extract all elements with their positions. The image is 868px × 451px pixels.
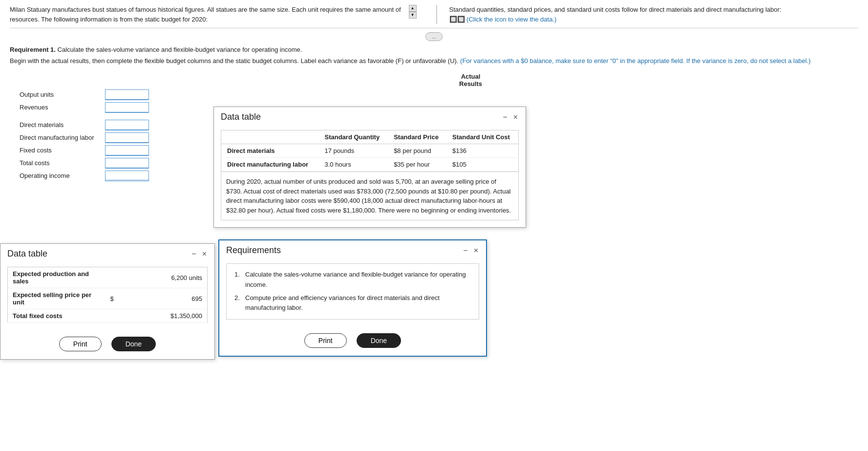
data-icon-link[interactable]: 🔲🔲 (Click the icon to view the data.) xyxy=(449,16,557,23)
label-output-units: Output units xyxy=(20,91,105,98)
req-item-2: 2. Compute price and efficiency variance… xyxy=(234,293,471,314)
top-left: Milan Statuary manufactures bust statues… xyxy=(10,5,429,24)
top-left-text: Milan Statuary manufactures bust statues… xyxy=(10,6,401,23)
req-item-1: 1. Calculate the sales-volume variance a… xyxy=(234,270,471,290)
cell-dl-qty: 3.0 hours xyxy=(319,158,388,172)
budget-data-table: Expected production and sales 6,200 unit… xyxy=(7,267,208,323)
input-operating-income[interactable] xyxy=(105,171,149,181)
scroll-down-button[interactable]: ▼ xyxy=(409,12,417,19)
modal-data-bottom: Data table − × Expected production and s… xyxy=(0,243,215,360)
cell-prod-label: Expected production and sales xyxy=(8,267,106,288)
modal-requirements-close[interactable]: × xyxy=(473,246,479,255)
label-operating-income: Operating income xyxy=(20,172,105,179)
input-fixed-costs[interactable] xyxy=(105,145,149,156)
cell-price-label: Expected selling price per unit xyxy=(8,288,106,309)
modal-data-bottom-footer: Print Done xyxy=(0,330,214,359)
top-section: Milan Statuary manufactures bust statues… xyxy=(10,5,858,28)
cell-dl-unit-cost: $105 xyxy=(446,158,518,172)
modal-data-top-header: Data table − × xyxy=(214,107,526,125)
modal-data-bottom-close[interactable]: × xyxy=(201,250,208,258)
requirement-label: Requirement 1. xyxy=(10,46,56,53)
cell-dm-price: $8 per pound xyxy=(388,144,446,158)
col-std-unit-cost: Standard Unit Cost xyxy=(446,130,518,144)
requirement-text: Calculate the sales-volume variance and … xyxy=(58,46,302,53)
label-direct-materials: Direct materials xyxy=(20,121,105,129)
req-num-2: 2. xyxy=(234,293,241,314)
vertical-divider xyxy=(436,5,437,24)
col-std-price: Standard Price xyxy=(388,130,446,144)
expand-button[interactable]: ... xyxy=(425,32,443,41)
modal-requirements-title: Requirements xyxy=(226,245,281,256)
input-output-units[interactable] xyxy=(105,89,149,100)
row-expected-selling-price: Expected selling price per unit $ 695 xyxy=(8,288,208,309)
req-text-2: Compute price and efficiency variances f… xyxy=(245,293,471,314)
modal-data-bottom-print[interactable]: Print xyxy=(59,337,102,351)
modal-data-top: Data table − × Standard Quantity Standar… xyxy=(213,107,526,228)
cell-dm-unit-cost: $136 xyxy=(446,144,518,158)
scroll-buttons: ▲ ▼ xyxy=(409,5,417,19)
requirements-list: 1. Calculate the sales-volume variance a… xyxy=(226,263,479,320)
modal-requirements-print[interactable]: Print xyxy=(304,333,347,348)
cell-fixed-symbol xyxy=(106,309,130,323)
cell-fixed-label: Total fixed costs xyxy=(8,309,106,323)
col-std-qty: Standard Quantity xyxy=(319,130,388,144)
modal-data-bottom-done[interactable]: Done xyxy=(111,337,156,351)
cell-price-symbol: $ xyxy=(106,288,130,309)
modal-data-bottom-minimize[interactable]: − xyxy=(191,250,197,258)
label-direct-labor: Direct manufacturing labor xyxy=(20,134,105,141)
row-expected-production: Expected production and sales 6,200 unit… xyxy=(8,267,208,288)
instruction-blue: (For variances with a $0 balance, make s… xyxy=(460,57,810,64)
input-revenues[interactable] xyxy=(105,102,149,113)
modal-data-bottom-content: Expected production and sales 6,200 unit… xyxy=(0,262,214,330)
req-num-1: 1. xyxy=(234,270,241,290)
col-header-results: Results xyxy=(83,80,858,87)
modal-requirements-footer: Print Done xyxy=(219,326,486,356)
modal-requirements: Requirements − × 1. Calculate the sales-… xyxy=(218,239,487,357)
top-right: Standard quantities, standard prices, an… xyxy=(445,5,859,24)
modal-requirements-controls: − × xyxy=(462,246,479,255)
instruction-paragraph: Begin with the actual results, then comp… xyxy=(10,56,858,66)
modal-requirements-content: 1. Calculate the sales-volume variance a… xyxy=(219,258,486,326)
col-header-actual: Actual xyxy=(83,73,858,80)
cell-dl-price: $35 per hour xyxy=(388,158,446,172)
modal-data-top-content: Standard Quantity Standard Price Standar… xyxy=(214,125,526,227)
input-direct-materials[interactable] xyxy=(105,120,149,130)
input-total-costs[interactable] xyxy=(105,158,149,169)
cell-prod-value: 6,200 units xyxy=(130,267,208,288)
standard-costs-table: Standard Quantity Standard Price Standar… xyxy=(221,130,519,172)
cell-dm-item: Direct materials xyxy=(221,144,319,158)
modal-data-bottom-title: Data table xyxy=(7,249,47,259)
cell-price-value: 695 xyxy=(130,288,208,309)
table-row-direct-labor: Direct manufacturing labor 3.0 hours $35… xyxy=(221,158,519,172)
req-text-1: Calculate the sales-volume variance and … xyxy=(245,270,471,290)
modal-data-top-title: Data table xyxy=(221,112,261,122)
modal-requirements-header: Requirements − × xyxy=(219,240,486,258)
modal-data-bottom-header: Data table − × xyxy=(0,244,214,262)
scroll-up-button[interactable]: ▲ xyxy=(409,5,417,12)
col-item xyxy=(221,130,319,144)
label-fixed-costs: Fixed costs xyxy=(20,147,105,154)
cell-dm-qty: 17 pounds xyxy=(319,144,388,158)
modal-data-top-minimize[interactable]: − xyxy=(502,113,508,122)
table-row-direct-materials: Direct materials 17 pounds $8 per pound … xyxy=(221,144,519,158)
modal-data-top-close[interactable]: × xyxy=(512,113,519,122)
instruction-black: Begin with the actual results, then comp… xyxy=(10,57,458,64)
main-container: Milan Statuary manufactures bust statues… xyxy=(0,0,868,451)
top-right-text: Standard quantities, standard prices, an… xyxy=(449,6,782,13)
cell-dl-item: Direct manufacturing labor xyxy=(221,158,319,172)
data-table-note: During 2020, actual number of units prod… xyxy=(221,172,519,220)
modal-data-bottom-controls: − × xyxy=(191,250,208,258)
input-direct-labor[interactable] xyxy=(105,132,149,143)
row-total-fixed-costs: Total fixed costs $1,350,000 xyxy=(8,309,208,323)
modal-data-top-controls: − × xyxy=(502,113,519,122)
modal-requirements-minimize[interactable]: − xyxy=(462,246,468,255)
label-revenues: Revenues xyxy=(20,104,105,111)
modal-requirements-done[interactable]: Done xyxy=(357,333,401,348)
cell-fixed-value: $1,350,000 xyxy=(130,309,208,323)
cell-prod-symbol xyxy=(106,267,130,288)
requirement-paragraph: Requirement 1. Calculate the sales-volum… xyxy=(10,46,858,53)
label-total-costs: Total costs xyxy=(20,159,105,167)
budget-row-output: Output units xyxy=(20,89,858,100)
